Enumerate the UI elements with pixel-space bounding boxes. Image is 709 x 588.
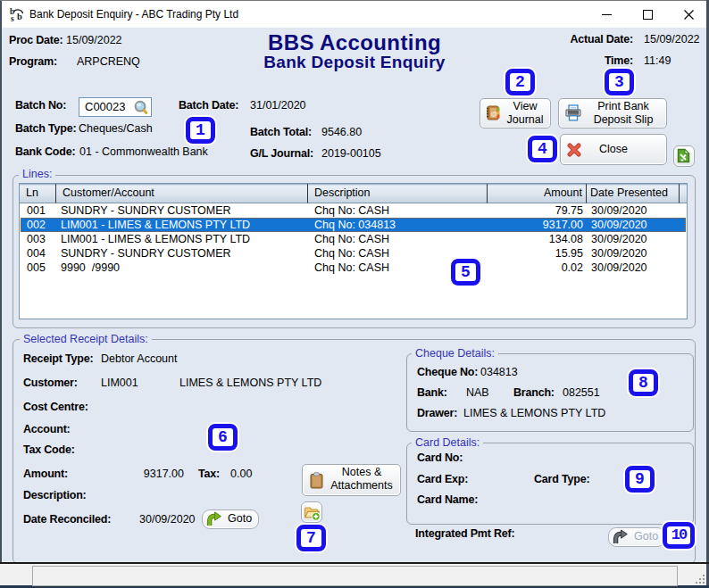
svg-text:@: @	[491, 110, 498, 118]
svg-text:b: b	[17, 12, 22, 21]
svg-text:s: s	[11, 14, 14, 22]
